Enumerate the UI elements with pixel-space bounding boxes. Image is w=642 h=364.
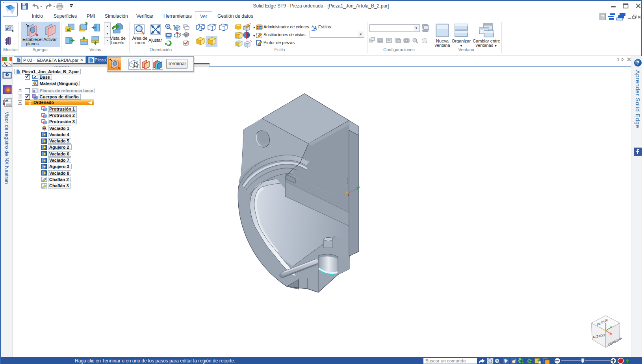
svg-text:z: z <box>37 74 38 76</box>
svg-text:A: A <box>313 26 317 31</box>
svg-text:?: ? <box>636 60 639 66</box>
svg-text:?: ? <box>601 14 604 20</box>
